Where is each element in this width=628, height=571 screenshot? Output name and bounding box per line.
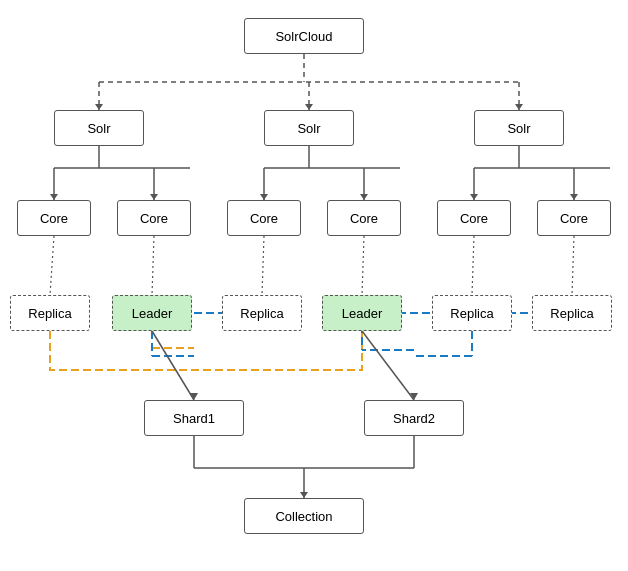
core1-node: Core [17, 200, 91, 236]
svg-line-31 [572, 236, 574, 295]
replica4-node: Replica [532, 295, 612, 331]
replica2-node: Replica [222, 295, 302, 331]
replica3-label: Replica [450, 306, 493, 321]
shard1-node: Shard1 [144, 400, 244, 436]
collection-label: Collection [275, 509, 332, 524]
core1-label: Core [40, 211, 68, 226]
shard2-node: Shard2 [364, 400, 464, 436]
core4-label: Core [350, 211, 378, 226]
core3-node: Core [227, 200, 301, 236]
svg-line-44 [362, 331, 414, 400]
core6-label: Core [560, 211, 588, 226]
shard2-label: Shard2 [393, 411, 435, 426]
svg-marker-45 [410, 393, 418, 400]
core6-node: Core [537, 200, 611, 236]
replica2-label: Replica [240, 306, 283, 321]
solr3-label: Solr [507, 121, 530, 136]
solrcloud-node: SolrCloud [244, 18, 364, 54]
svg-line-30 [472, 236, 474, 295]
collection-node: Collection [244, 498, 364, 534]
leader2-node: Leader [322, 295, 402, 331]
leader1-label: Leader [132, 306, 172, 321]
solr1-node: Solr [54, 110, 144, 146]
svg-line-26 [50, 236, 54, 295]
svg-line-29 [362, 236, 364, 295]
replica1-label: Replica [28, 306, 71, 321]
replica4-label: Replica [550, 306, 593, 321]
solr3-node: Solr [474, 110, 564, 146]
solr2-label: Solr [297, 121, 320, 136]
connector-lines [0, 0, 628, 571]
replica3-node: Replica [432, 295, 512, 331]
leader1-node: Leader [112, 295, 192, 331]
solr1-label: Solr [87, 121, 110, 136]
svg-marker-43 [190, 393, 198, 400]
core5-label: Core [460, 211, 488, 226]
core2-node: Core [117, 200, 191, 236]
core4-node: Core [327, 200, 401, 236]
svg-line-42 [152, 331, 194, 400]
replica1-node: Replica [10, 295, 90, 331]
core3-label: Core [250, 211, 278, 226]
core2-label: Core [140, 211, 168, 226]
solrcloud-label: SolrCloud [275, 29, 332, 44]
diagram: SolrCloud Solr Solr Solr Core Core Core … [0, 0, 628, 571]
leader2-label: Leader [342, 306, 382, 321]
shard1-label: Shard1 [173, 411, 215, 426]
core5-node: Core [437, 200, 511, 236]
svg-line-28 [262, 236, 264, 295]
solr2-node: Solr [264, 110, 354, 146]
svg-line-27 [152, 236, 154, 295]
